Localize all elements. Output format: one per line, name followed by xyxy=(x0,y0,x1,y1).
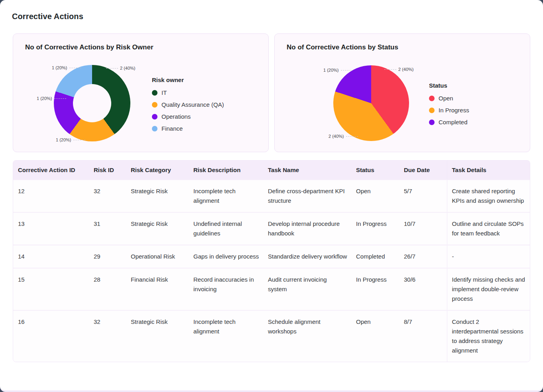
legend-label: Quality Assurance (QA) xyxy=(161,101,224,108)
cell-due_date: 26/7 xyxy=(399,245,447,268)
cell-task_name: Define cross-department KPI structure xyxy=(263,180,351,212)
chart-title-status: No of Corrective Actions by Status xyxy=(287,43,398,51)
slice-value-label: 1 (20%) xyxy=(323,68,353,73)
leader-line xyxy=(346,136,358,137)
leader-line xyxy=(54,98,66,99)
legend-title: Risk owner xyxy=(152,76,224,83)
legend-item[interactable]: Quality Assurance (QA) xyxy=(152,101,224,108)
cell-action_id: 12 xyxy=(13,180,89,212)
cell-risk_description: Undefined internal guidelines xyxy=(189,212,263,245)
content-panel: Corrective Actions No of Corrective Acti… xyxy=(0,0,543,392)
page-title: Corrective Actions xyxy=(12,12,530,21)
risk-owner-legend: Risk owner ITQuality Assurance (QA)Opera… xyxy=(152,76,224,137)
legend-item[interactable]: In Progress xyxy=(429,107,469,114)
chart-card-risk-owner: No of Corrective Actions by Risk Owner R… xyxy=(13,33,269,152)
cell-status: In Progress xyxy=(351,212,399,245)
slice-value-label: 2 (40%) xyxy=(384,67,414,72)
column-header-due_date: Due Date xyxy=(399,161,447,180)
cell-status: Open xyxy=(351,180,399,212)
cell-risk_id: 28 xyxy=(89,268,126,310)
cell-risk_category: Strategic Risk xyxy=(126,180,189,212)
leader-line xyxy=(69,68,81,68)
legend-label: Operations xyxy=(161,113,191,120)
legend-item[interactable]: Finance xyxy=(152,125,224,132)
cell-action_id: 14 xyxy=(13,245,89,268)
column-header-risk_description: Risk Description xyxy=(189,161,263,180)
column-header-task_details: Task Details xyxy=(447,161,530,180)
legend-swatch-icon xyxy=(152,90,157,96)
legend-swatch-icon xyxy=(429,120,435,125)
table-row: 1232Strategic RiskIncomplete tech alignm… xyxy=(13,180,530,212)
table-row: 1632Strategic RiskIncomplete tech alignm… xyxy=(13,310,530,362)
slice-value-label: 1 (20%) xyxy=(37,96,66,101)
legend-swatch-icon xyxy=(429,108,435,113)
slice-value-label: 2 (40%) xyxy=(329,134,358,139)
cell-risk_description: Gaps in delivery process xyxy=(189,245,263,268)
status-pie-chart[interactable] xyxy=(333,65,409,141)
slice-value-label: 2 (40%) xyxy=(106,66,136,71)
cell-risk_description: Incomplete tech alignment xyxy=(189,310,263,362)
column-header-risk_category: Risk Category xyxy=(126,161,189,180)
legend-item[interactable]: Operations xyxy=(152,113,224,120)
legend-title: Status xyxy=(429,82,469,89)
cell-task_details: Identify missing checks and implement do… xyxy=(447,268,530,310)
cell-task_name: Develop internal procedure handbook xyxy=(263,212,351,245)
cell-risk_id: 32 xyxy=(89,310,126,362)
cell-due_date: 10/7 xyxy=(399,212,447,245)
risk-owner-donut-chart[interactable] xyxy=(54,65,130,141)
cell-risk_id: 32 xyxy=(89,180,126,212)
leader-line xyxy=(106,68,118,69)
legend-label: IT xyxy=(161,89,167,96)
cell-risk_id: 31 xyxy=(89,212,126,245)
legend-swatch-icon xyxy=(152,102,157,108)
cell-action_id: 15 xyxy=(13,268,89,310)
cell-risk_description: Record inaccuracies in invoicing xyxy=(189,268,263,310)
legend-label: Open xyxy=(439,95,453,102)
cell-status: Completed xyxy=(351,245,399,268)
cell-action_id: 13 xyxy=(13,212,89,245)
leader-line xyxy=(384,69,396,70)
cell-due_date: 8/7 xyxy=(399,310,447,362)
table-body: 1232Strategic RiskIncomplete tech alignm… xyxy=(13,180,530,362)
legend-items: OpenIn ProgressCompleted xyxy=(429,95,469,125)
cell-task_details: Create shared reporting KPIs and assign … xyxy=(447,180,530,212)
legend-label: Finance xyxy=(161,125,183,132)
cell-due_date: 5/7 xyxy=(399,180,447,212)
cell-task_name: Audit current invoicing system xyxy=(263,268,351,310)
legend-item[interactable]: IT xyxy=(152,89,224,96)
leader-line xyxy=(341,70,353,71)
table-row: 1528Financial RiskRecord inaccuracies in… xyxy=(13,268,530,310)
cell-task_details: Conduct 2 interdepartmental sessions to … xyxy=(447,310,530,362)
legend-item[interactable]: Open xyxy=(429,95,469,102)
corrective-actions-page: Corrective Actions No of Corrective Acti… xyxy=(0,0,543,392)
column-header-risk_id: Risk ID xyxy=(89,161,126,180)
column-header-action_id: Corrective Action ID xyxy=(13,161,89,180)
chart-title-risk-owner: No of Corrective Actions by Risk Owner xyxy=(25,43,153,51)
legend-label: In Progress xyxy=(439,107,469,114)
slice-value-label: 1 (20%) xyxy=(56,137,85,142)
cell-risk_category: Operational Risk xyxy=(126,245,189,268)
legend-label: Completed xyxy=(439,119,468,125)
cell-action_id: 16 xyxy=(13,310,89,362)
legend-items: ITQuality Assurance (QA)OperationsFinanc… xyxy=(152,89,224,132)
cell-risk_category: Strategic Risk xyxy=(126,310,189,362)
leader-line xyxy=(73,140,85,140)
cell-risk_id: 29 xyxy=(89,245,126,268)
cell-task_name: Standardize delivery workflow xyxy=(263,245,351,268)
table-row: 1429Operational RiskGaps in delivery pro… xyxy=(13,245,530,268)
cell-due_date: 30/6 xyxy=(399,268,447,310)
cell-task_details: - xyxy=(447,245,530,268)
legend-swatch-icon xyxy=(429,96,435,101)
table-header: Corrective Action IDRisk IDRisk Category… xyxy=(13,161,530,180)
cell-status: Open xyxy=(351,310,399,362)
slice-value-label: 1 (20%) xyxy=(52,65,81,70)
legend-swatch-icon xyxy=(152,126,157,131)
charts-row: No of Corrective Actions by Risk Owner R… xyxy=(13,33,530,152)
chart-card-status: No of Corrective Actions by Status Statu… xyxy=(274,33,530,152)
cell-task_name: Schedule alignment workshops xyxy=(263,310,351,362)
legend-item[interactable]: Completed xyxy=(429,119,469,125)
cell-risk_category: Financial Risk xyxy=(126,268,189,310)
cell-task_details: Outline and circulate SOPs for team feed… xyxy=(447,212,530,245)
legend-swatch-icon xyxy=(152,114,157,120)
column-header-status: Status xyxy=(351,161,399,180)
